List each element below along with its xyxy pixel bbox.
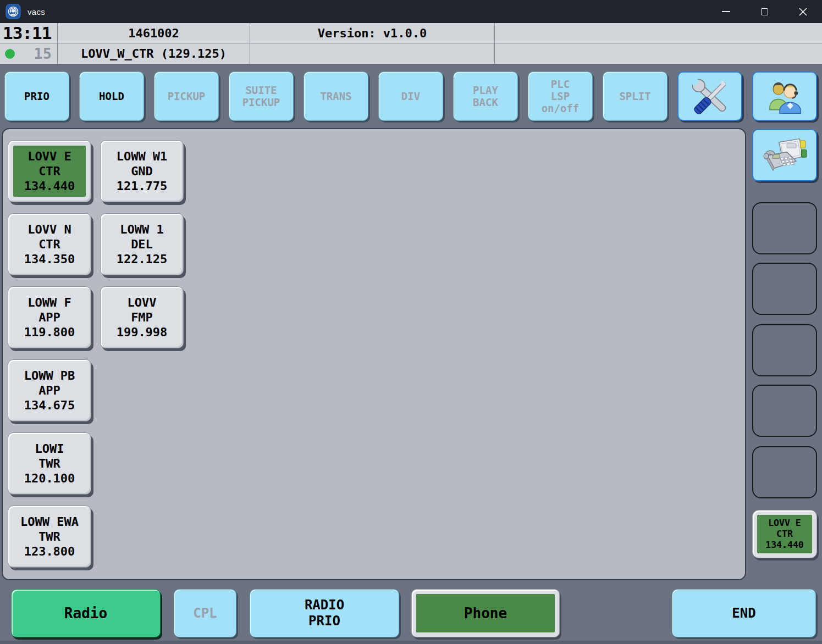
connection-status: 15 — [0, 43, 58, 64]
playback-button[interactable]: PLAY BACK — [453, 71, 518, 121]
trans-button[interactable]: TRANS — [304, 71, 368, 121]
prio-button[interactable]: PRIO — [4, 71, 69, 121]
station-code: 1461002 — [58, 23, 250, 43]
sidebar-empty-slot — [752, 263, 817, 315]
suite-pickup-button[interactable]: SUITE PICKUP — [229, 71, 294, 121]
close-icon — [798, 7, 808, 16]
status-header: 13:11 1461002 Version: v1.0.0 15 LOVV_W_… — [0, 23, 822, 65]
frequency-button-loww-1-del[interactable]: LOWW 1 DEL 122.125 — [100, 213, 184, 275]
phonebook-icon — [762, 136, 808, 175]
titlebar: vacs — [0, 0, 822, 23]
header-empty-cell — [495, 23, 822, 43]
frequency-button-loww-w1-gnd[interactable]: LOWW W1 GND 121.775 — [100, 140, 184, 202]
sidebar-empty-slot — [752, 202, 817, 254]
pickup-button[interactable]: PICKUP — [154, 71, 219, 121]
clock: 13:11 — [0, 23, 58, 43]
cpl-button[interactable]: CPL — [174, 589, 236, 637]
frequency-grid: LOVV E CTR 134.440 LOWW W1 GND 121.775 L… — [8, 140, 745, 568]
split-button[interactable]: SPLIT — [603, 71, 667, 121]
version-label: Version: v1.0.0 — [250, 23, 495, 43]
minimize-button[interactable] — [707, 0, 745, 23]
toolbar: PRIO HOLD PICKUP SUITE PICKUP TRANS DIV … — [4, 71, 817, 121]
frequency-button-loww-pb-app[interactable]: LOWW PB APP 134.675 — [8, 359, 91, 421]
sidebar-empty-slot — [752, 385, 817, 437]
minimize-icon — [722, 11, 730, 12]
status-dot-icon — [5, 49, 15, 59]
phonebook-button[interactable] — [752, 129, 817, 181]
frequency-button-lovv-n-ctr[interactable]: LOVV N CTR 134.350 — [8, 213, 91, 275]
header-empty-cell — [495, 43, 822, 64]
window-title: vacs — [27, 7, 45, 16]
frequency-button-lovv-fmp[interactable]: LOVV FMP 199.998 — [100, 286, 184, 348]
tools-icon — [690, 77, 730, 115]
maximize-icon — [761, 8, 768, 15]
operators-icon — [765, 79, 804, 114]
window-bottom-edge — [0, 641, 822, 644]
frequency-button-lovv-e-ctr[interactable]: LOVV E CTR 134.440 — [8, 140, 91, 202]
status-counter: 15 — [34, 45, 52, 62]
hold-button[interactable]: HOLD — [79, 71, 144, 121]
close-button[interactable] — [784, 0, 822, 23]
div-button[interactable]: DIV — [378, 71, 443, 121]
header-empty-cell — [250, 43, 495, 64]
sidebar-empty-slot — [752, 446, 817, 498]
frequency-panel: LOVV E CTR 134.440 LOWW W1 GND 121.775 L… — [2, 128, 746, 580]
frequency-button-loww-ewa-twr[interactable]: LOWW EWA TWR 123.800 — [8, 506, 91, 568]
radio-prio-button[interactable]: RADIO PRIO — [250, 589, 399, 637]
operators-button[interactable] — [752, 71, 817, 121]
station-callsign: LOVV_W_CTR (129.125) — [58, 43, 250, 64]
active-channel-button[interactable]: LOVV E CTR 134.440 — [752, 510, 817, 558]
end-button[interactable]: END — [672, 589, 816, 637]
settings-button[interactable] — [677, 71, 742, 121]
app-headset-icon — [5, 4, 21, 19]
phone-button[interactable]: Phone — [411, 589, 560, 637]
frequency-button-lowi-twr[interactable]: LOWI TWR 120.100 — [8, 432, 91, 495]
sidebar-empty-slot — [752, 324, 817, 376]
plc-lsp-button[interactable]: PLC LSP on/off — [528, 71, 593, 121]
maximize-button[interactable] — [745, 0, 784, 23]
radio-button[interactable]: Radio — [11, 589, 161, 637]
frequency-button-loww-f-app[interactable]: LOWW F APP 119.800 — [8, 286, 91, 348]
